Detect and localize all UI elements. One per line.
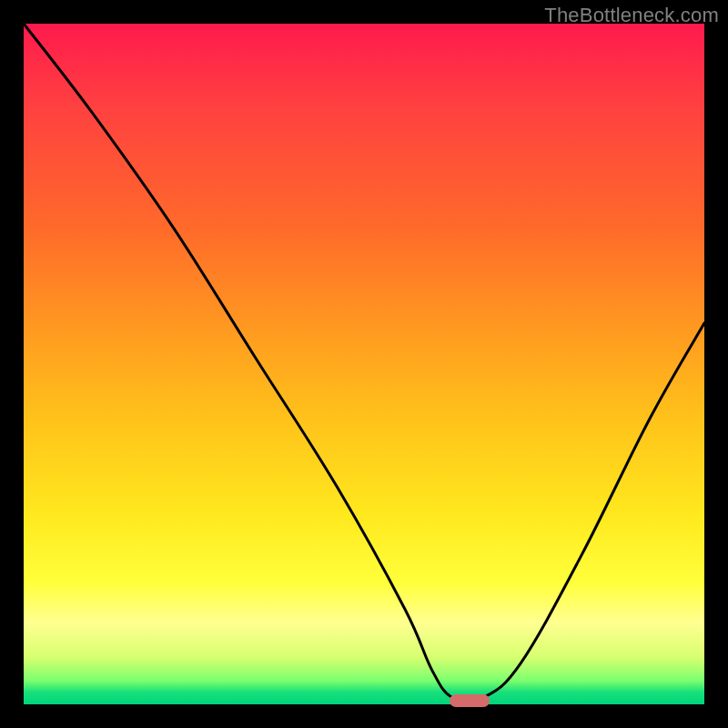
optimal-marker xyxy=(450,694,490,707)
chart-svg xyxy=(24,24,704,704)
watermark-text: TheBottleneck.com xyxy=(544,4,719,27)
bottleneck-curve xyxy=(24,24,704,702)
plot-area xyxy=(24,24,704,704)
chart-frame: TheBottleneck.com xyxy=(0,0,728,728)
